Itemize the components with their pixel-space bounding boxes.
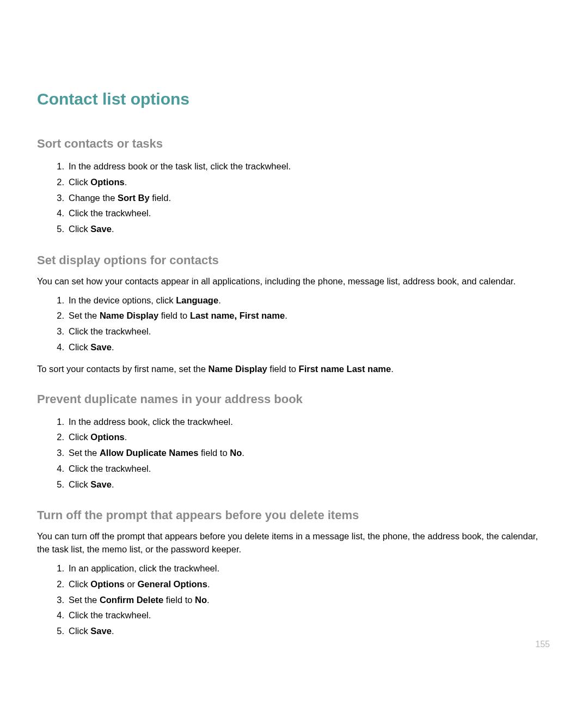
page-number: 155 <box>535 640 550 649</box>
list-item: Set the Confirm Delete field to No. <box>69 592 551 608</box>
list-item: Click Save. <box>69 221 551 237</box>
section-heading-display: Set display options for contacts <box>37 253 551 267</box>
section-heading-duplicates: Prevent duplicate names in your address … <box>37 392 551 406</box>
section-heading-sort: Sort contacts or tasks <box>37 137 551 151</box>
list-item: Click Options. <box>69 429 551 445</box>
page-title: Contact list options <box>37 90 551 108</box>
list-item: Click Save. <box>69 623 551 639</box>
list-item: Set the Allow Duplicate Names field to N… <box>69 445 551 461</box>
section-heading-delete-prompt: Turn off the prompt that appears before … <box>37 508 551 522</box>
list-item: Click Save. <box>69 477 551 492</box>
list-item: In an application, click the trackwheel. <box>69 561 551 576</box>
step-list: In the device options, click Language. S… <box>37 293 551 355</box>
list-item: Click Options or General Options. <box>69 576 551 592</box>
list-item: In the address book, click the trackwhee… <box>69 414 551 430</box>
list-item: Click the trackwheel. <box>69 324 551 339</box>
section-outro: To sort your contacts by first name, set… <box>37 363 551 376</box>
step-list: In the address book, click the trackwhee… <box>37 414 551 492</box>
list-item: Click Save. <box>69 339 551 355</box>
list-item: Click the trackwheel. <box>69 461 551 477</box>
step-list: In an application, click the trackwheel.… <box>37 561 551 639</box>
list-item: Change the Sort By field. <box>69 190 551 206</box>
step-list: In the address book or the task list, cl… <box>37 159 551 237</box>
list-item: Click Options. <box>69 174 551 190</box>
list-item: In the device options, click Language. <box>69 293 551 308</box>
list-item: In the address book or the task list, cl… <box>69 159 551 174</box>
list-item: Set the Name Display field to Last name,… <box>69 308 551 324</box>
list-item: Click the trackwheel. <box>69 607 551 623</box>
list-item: Click the trackwheel. <box>69 205 551 221</box>
section-intro: You can turn off the prompt that appears… <box>37 530 551 556</box>
document-page: Contact list options Sort contacts or ta… <box>0 0 588 639</box>
section-intro: You can set how your contacts appear in … <box>37 275 551 288</box>
